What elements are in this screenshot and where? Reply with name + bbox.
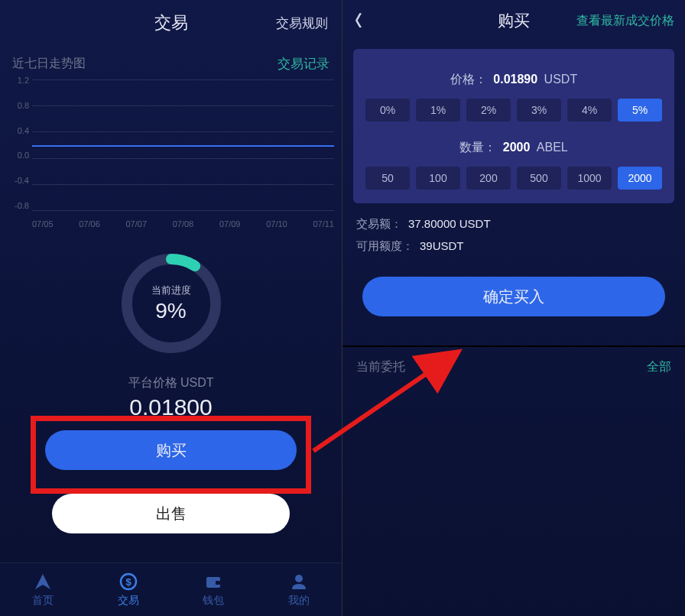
trend-label: 近七日走势图: [12, 56, 86, 72]
orders-title: 当前委托: [356, 359, 405, 375]
wallet-icon: [203, 572, 223, 592]
trade-icon: $: [118, 572, 138, 592]
page-title: 交易: [154, 11, 188, 34]
sell-button[interactable]: 出售: [52, 494, 290, 533]
avail-label: 可用额度：: [356, 239, 414, 252]
platform-price-label: 平台价格 USDT: [0, 375, 342, 391]
chart-xtick: 07/10: [266, 219, 287, 229]
pct-chip[interactable]: 5%: [618, 99, 662, 122]
chart-ytick: 0.8: [8, 101, 29, 110]
progress-gauge: 当前进度 9%: [118, 250, 225, 357]
tab-label: 首页: [32, 594, 54, 608]
tab-mine[interactable]: 我的: [256, 563, 342, 616]
chart-ytick: -0.8: [8, 201, 29, 210]
chart-ytick: -0.4: [8, 176, 29, 185]
chart-series-line: [32, 145, 334, 147]
chart-ytick: 0.4: [8, 126, 29, 135]
qty-label: 数量：: [459, 141, 496, 154]
chart-ytick: 1.2: [8, 76, 29, 85]
tab-wallet[interactable]: 钱包: [171, 563, 257, 616]
trend-chart: 1.20.80.40.0-0.4-0.8 07/0507/0607/0707/0…: [8, 76, 334, 229]
qty-chip[interactable]: 1000: [567, 167, 612, 190]
svg-rect-5: [216, 581, 221, 585]
tab-label: 钱包: [203, 594, 224, 608]
qty-chip[interactable]: 50: [365, 167, 410, 190]
price-value: 0.01890: [493, 73, 537, 86]
amount-value: 37.80000 USDT: [408, 217, 491, 230]
chart-xtick: 07/08: [173, 219, 194, 229]
gauge-label: 当前进度: [151, 284, 191, 297]
price-unit: USDT: [544, 73, 578, 86]
chart-xtick: 07/05: [32, 219, 54, 229]
chart-xtick: 07/07: [125, 219, 147, 229]
rules-link[interactable]: 交易规则: [276, 15, 328, 32]
tab-home[interactable]: 首页: [0, 563, 86, 616]
home-icon: [33, 572, 53, 592]
svg-point-6: [295, 575, 303, 582]
qty-chip[interactable]: 100: [416, 167, 460, 190]
page-title: 购买: [498, 10, 530, 31]
records-link[interactable]: 交易记录: [278, 55, 330, 73]
pct-chip[interactable]: 4%: [567, 99, 612, 122]
chart-xtick: 07/06: [79, 219, 100, 229]
qty-unit: ABEL: [537, 141, 568, 154]
person-icon: [289, 572, 309, 592]
price-label: 价格：: [450, 73, 487, 86]
back-icon[interactable]: ‹: [355, 0, 362, 38]
buy-button[interactable]: 购买: [45, 430, 297, 470]
chart-ytick: 0.0: [8, 151, 29, 160]
pct-chip[interactable]: 0%: [365, 99, 410, 122]
qty-chip[interactable]: 500: [517, 167, 561, 190]
orders-all-link[interactable]: 全部: [647, 359, 671, 375]
latest-price-link[interactable]: 查看最新成交价格: [576, 13, 674, 29]
tab-label: 交易: [118, 594, 139, 608]
amount-label: 交易额：: [356, 217, 402, 230]
pct-chip[interactable]: 2%: [466, 99, 511, 122]
pct-chip[interactable]: 3%: [517, 99, 561, 122]
tab-label: 我的: [288, 594, 310, 608]
avail-value: 39USDT: [420, 239, 464, 252]
pct-chip[interactable]: 1%: [416, 99, 460, 122]
order-panel: 价格： 0.01890 USDT 0%1%2%3%4%5% 数量： 2000 A…: [353, 49, 674, 203]
qty-chip[interactable]: 2000: [618, 167, 662, 190]
bottom-tabbar: 首页 $ 交易 钱包 我的: [0, 563, 342, 616]
qty-value: 2000: [503, 141, 531, 154]
highlight-box: 购买: [31, 416, 311, 494]
chart-xtick: 07/09: [219, 219, 241, 229]
gauge-value: 9%: [155, 299, 186, 323]
svg-text:$: $: [125, 576, 131, 588]
confirm-buy-button[interactable]: 确定买入: [362, 277, 665, 316]
tab-trade[interactable]: $ 交易: [86, 563, 171, 616]
qty-chip[interactable]: 200: [466, 167, 511, 190]
chart-xtick: 07/11: [313, 219, 334, 229]
